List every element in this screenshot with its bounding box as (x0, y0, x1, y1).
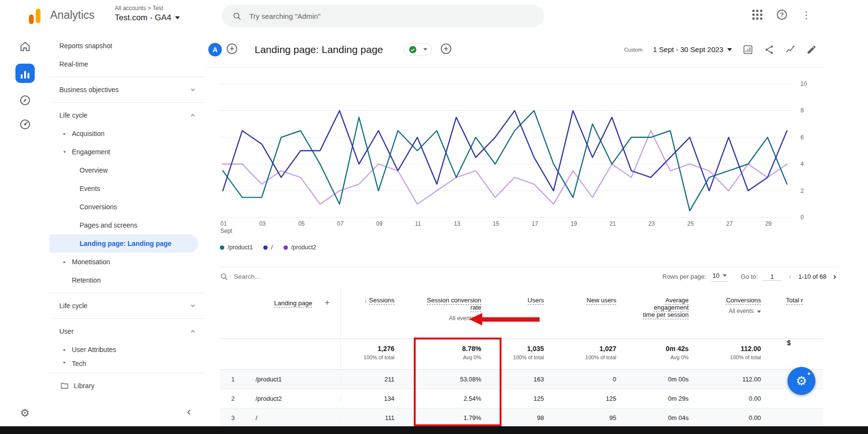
pagination-range: 1-10 of 68 (798, 273, 827, 280)
svg-text:11: 11 (415, 220, 421, 227)
date-range-type: Custom (624, 47, 642, 53)
nav-item-acquisition[interactable]: ▸Acquisition (50, 124, 205, 143)
table-row[interactable]: 2/product21342.54%1251250m 29s0.00 (220, 389, 823, 408)
share-icon[interactable] (764, 44, 774, 55)
total-value: 112.00 (714, 345, 761, 353)
svg-text:19: 19 (570, 220, 577, 227)
gear-sparkle-icon: ⚙ (796, 374, 807, 389)
nav-section-business-objectives[interactable]: Business objectives (50, 81, 205, 99)
nav-item-monetisation[interactable]: ▸Monetisation (50, 253, 205, 271)
column-header-users[interactable]: Users (506, 286, 569, 339)
avatar[interactable]: A (208, 43, 222, 56)
apps-grid-icon[interactable] (752, 10, 762, 20)
all-events-dropdown-conversions[interactable]: All events (714, 308, 761, 314)
nav-item-retention[interactable]: Retention (50, 271, 205, 289)
column-header-total_revenue[interactable]: Total r (786, 286, 815, 339)
global-search[interactable] (222, 5, 544, 27)
customize-report-icon[interactable] (743, 44, 753, 55)
svg-text:10: 10 (800, 81, 807, 87)
goto-page-input[interactable] (762, 273, 782, 281)
row-index: 1 (220, 376, 246, 383)
column-header-conv_rate[interactable]: Session conversion rateAll events (420, 286, 506, 339)
legend-item-product2[interactable]: /product2 (284, 244, 316, 251)
svg-text:29: 29 (765, 220, 772, 227)
nav-section-user[interactable]: User (50, 322, 205, 340)
check-badge-icon (408, 45, 417, 54)
svg-text:07: 07 (337, 220, 344, 227)
page-title: Landing page: Landing page (255, 44, 383, 55)
row-index: 2 (220, 395, 246, 402)
nav-item-reports-snapshot[interactable]: Reports snapshot (50, 37, 205, 55)
home-icon[interactable] (18, 40, 32, 53)
svg-text:21: 21 (610, 220, 616, 227)
nav-item-engagement[interactable]: ▾Engagement (50, 143, 205, 161)
nav-section-life-cycle[interactable]: Life cycle (50, 106, 205, 124)
svg-text:27: 27 (726, 220, 733, 227)
nav-item-pages-and-screens[interactable]: Pages and screens (50, 216, 205, 234)
nav-item-events[interactable]: Events (50, 179, 205, 198)
column-header-landing_page[interactable]: Landing page+ (246, 286, 340, 339)
metric-cell: 112.00 (714, 376, 786, 383)
total-value: 1,027 (569, 345, 616, 353)
analytics-logo-icon[interactable] (25, 8, 42, 24)
admin-gear-icon[interactable]: ⚙ (0, 407, 50, 420)
table-row[interactable]: 3/1111.79%98950m 04s0.00 (220, 408, 823, 428)
search-icon (232, 12, 242, 21)
prev-page-icon[interactable]: ‹ (787, 271, 793, 282)
total-subtext: 100% of total (506, 354, 544, 360)
reports-icon-selected[interactable] (15, 64, 35, 83)
report-header: A Landing page: Landing page Custom 1 Se… (205, 32, 825, 68)
nav-item-overview[interactable]: Overview (50, 161, 205, 179)
svg-text:8: 8 (800, 107, 804, 114)
svg-text:15: 15 (493, 220, 500, 227)
date-range-picker[interactable]: 1 Sept - 30 Sept 2023 (653, 45, 732, 54)
arrow-down-icon: ▾ (61, 149, 68, 154)
legend-item-root[interactable]: / (263, 244, 272, 251)
collapse-nav-icon[interactable] (185, 408, 193, 419)
total-subtext: 100% of total (569, 354, 616, 360)
column-header-index (220, 286, 246, 339)
column-header-sessions[interactable]: ↓Sessions (340, 286, 420, 339)
row-index: 3 (220, 414, 246, 421)
nav-item-real-time[interactable]: Real-time (50, 55, 205, 73)
rows-per-page-select[interactable]: 10 (711, 272, 728, 282)
edit-icon[interactable] (806, 44, 817, 55)
global-search-input[interactable] (249, 12, 490, 20)
explore-icon[interactable] (18, 94, 32, 107)
help-icon[interactable]: ? (777, 10, 787, 20)
column-header-new_users[interactable]: New users (569, 286, 641, 339)
bottom-bar (0, 426, 868, 434)
insights-icon[interactable] (785, 44, 796, 55)
nav-item-landing-page-landing-page[interactable]: Landing page: Landing page (50, 234, 198, 253)
metric-cell: 0.00 (714, 395, 786, 402)
add-comparison-icon[interactable] (226, 42, 238, 57)
nav-item-user-attributes[interactable]: ▸User Attributes (50, 340, 205, 359)
table-search[interactable] (220, 272, 330, 281)
add-dimension-icon[interactable]: + (325, 298, 330, 308)
table-search-input[interactable] (234, 273, 330, 280)
property-selector[interactable]: Test.com - GA4 (115, 13, 180, 23)
nav-section-life-cycle[interactable]: Life cycle (50, 297, 205, 315)
nav-item-tech[interactable]: ▸Tech (50, 359, 205, 369)
kebab-menu-icon[interactable]: ⋮ (801, 10, 811, 20)
total-subtext: Avg 0% (641, 354, 689, 360)
legend-item-product1[interactable]: /product1 (220, 244, 253, 251)
arrow-right-icon: ▸ (61, 347, 68, 352)
nav-item-conversions[interactable]: Conversions (50, 198, 205, 216)
line-chart: 024681001Sept030507091113151719212325272… (215, 70, 817, 237)
column-header-conversions[interactable]: ConversionsAll events (714, 286, 786, 339)
insights-fab[interactable]: ⚙ ✦ (787, 367, 815, 395)
svg-text:2: 2 (800, 188, 804, 194)
column-header-avg_engagement[interactable]: Average engagement time per session (641, 286, 714, 339)
add-report-icon[interactable] (440, 42, 452, 57)
report-status-selector[interactable] (404, 43, 432, 56)
metric-cell: 0m 04s (641, 414, 714, 421)
metric-cell: 53.08% (420, 376, 506, 383)
advertising-icon[interactable] (18, 118, 32, 131)
all-events-dropdown-conv_rate[interactable]: All events (420, 315, 481, 322)
breadcrumb[interactable]: All accounts > Test (115, 5, 180, 12)
table-row[interactable]: 1/product121153.08%16300m 00s112.00 (220, 370, 823, 389)
svg-text:03: 03 (259, 220, 266, 227)
next-page-icon[interactable]: › (831, 271, 838, 282)
nav-item-library[interactable]: Library (50, 377, 205, 395)
